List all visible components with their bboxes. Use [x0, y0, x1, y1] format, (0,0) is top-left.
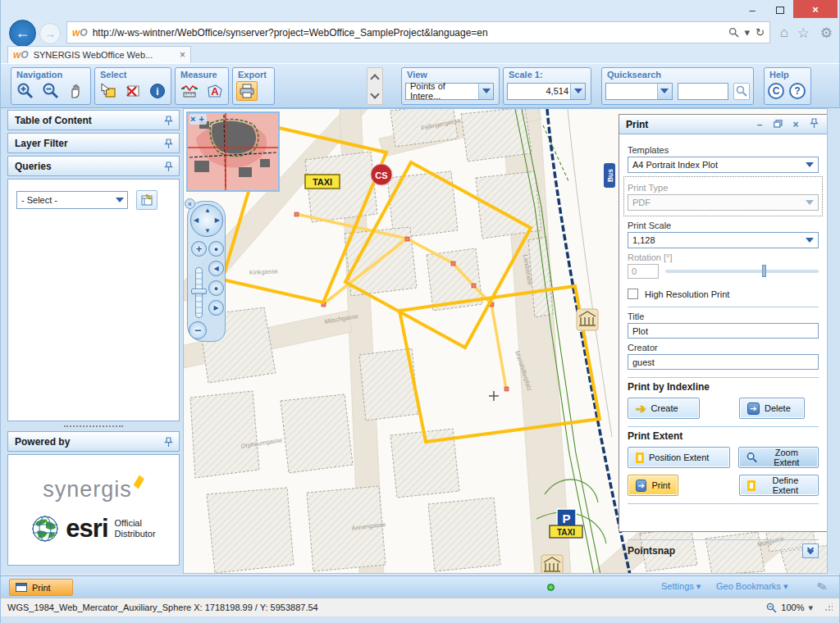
position-extent-button[interactable]: Position Extent [628, 447, 730, 468]
section-label: Quicksearch [605, 69, 750, 80]
panel-minimize-icon[interactable]: – [753, 119, 766, 130]
pin-icon[interactable] [164, 139, 173, 149]
create-button[interactable]: ➔ Create [628, 398, 700, 419]
forward-button[interactable]: → [39, 23, 61, 44]
panel-label: Layer Filter [15, 138, 68, 149]
zoom-slider-handle[interactable] [191, 289, 207, 294]
chevron-down-icon[interactable] [370, 89, 379, 98]
dropdown-button[interactable] [478, 84, 493, 99]
panel-restore-icon[interactable] [771, 119, 784, 130]
map-canvas[interactable]: TAXI CS Bus P TAXI [183, 108, 828, 574]
refresh-icon[interactable]: ↻ [756, 26, 765, 39]
panel-close-icon[interactable]: × [789, 119, 802, 130]
dropdown-button[interactable] [570, 84, 585, 99]
pin-icon[interactable] [164, 116, 173, 126]
print-button[interactable]: ➔ Print [628, 475, 678, 496]
delete-button[interactable]: ➔ Delete [739, 398, 805, 419]
panel-label: Powered by [15, 436, 70, 448]
zoom-out-icon[interactable] [40, 81, 61, 101]
clear-selection-icon[interactable] [123, 81, 143, 101]
select-by-rectangle-icon[interactable] [98, 81, 118, 101]
define-extent-button[interactable]: Define Extent [739, 475, 819, 496]
creator-field-input[interactable] [628, 354, 819, 370]
pan-down-icon[interactable]: ▼ [204, 227, 211, 234]
pan-up-icon[interactable]: ▲ [204, 207, 211, 214]
separator [628, 426, 819, 427]
resize-grip[interactable] [824, 603, 833, 612]
quicksearch-dropdown[interactable] [605, 83, 673, 100]
sidebar-panel-layer-filter[interactable]: Layer Filter [7, 133, 180, 153]
overview-move-icon[interactable]: + [199, 114, 203, 124]
title-field-input[interactable] [628, 323, 819, 339]
next-extent-button[interactable]: ▶ [208, 300, 224, 316]
query-form-icon[interactable] [136, 190, 158, 210]
info-icon[interactable]: i [148, 81, 167, 101]
scale-dropdown[interactable]: 4,514 [507, 83, 586, 100]
url-field[interactable]: wO http://w-ws-wintner/WebOffice/synserv… [66, 21, 770, 43]
previous-extent-button[interactable]: ◀ [208, 261, 224, 276]
navigator-close-icon[interactable]: × [185, 198, 195, 209]
zoom-in-icon[interactable] [15, 81, 35, 101]
print-export-icon[interactable] [236, 81, 258, 101]
sidebar-panel-queries[interactable]: Queries [7, 156, 180, 176]
sidebar-splitter[interactable] [7, 421, 180, 431]
print-panel-header[interactable]: Print – × [619, 115, 827, 134]
pan-left-icon[interactable]: ◀ [194, 216, 199, 224]
zoom-extent-button[interactable]: Zoom Extent [738, 447, 819, 468]
help-button[interactable]: ? [789, 83, 806, 99]
search-icon[interactable] [728, 27, 739, 38]
tab-weboffice[interactable]: wO SYNERGIS WebOffice Web... × [7, 46, 191, 63]
window-maximize-button[interactable] [769, 2, 792, 17]
measure-line-icon[interactable] [179, 81, 199, 101]
high-resolution-checkbox[interactable] [628, 289, 638, 299]
query-select-dropdown[interactable]: - Select - [16, 191, 128, 209]
overview-map[interactable]: × + [186, 111, 280, 192]
quicksearch-input[interactable] [678, 83, 728, 100]
pin-icon[interactable] [164, 437, 173, 448]
chevron-up-icon[interactable] [370, 74, 379, 83]
window-close-button[interactable]: × [793, 0, 838, 18]
redlining-pen-icon[interactable]: ✎ [815, 579, 829, 596]
center-button[interactable]: ● [208, 280, 224, 296]
overview-close-icon[interactable]: × [190, 114, 195, 124]
map-navigation-widget[interactable]: × ▲ ▼ ◀ ▶ + ● ◀ ● ▶ − [187, 201, 226, 342]
sidebar-panel-table-of-content[interactable]: Table of Content [7, 110, 180, 130]
favorites-star-icon[interactable]: ☆ [797, 25, 810, 42]
sidebar-panel-powered-by[interactable]: Powered by [7, 431, 180, 452]
taskbar-print-window-button[interactable]: Print [9, 579, 73, 596]
toolbar-collapse-strip[interactable] [367, 67, 383, 105]
dropdown-button[interactable] [112, 192, 127, 208]
svg-text:TAXI: TAXI [557, 528, 575, 537]
geo-bookmarks-menu[interactable]: Geo Bookmarks ▾ [716, 581, 788, 592]
zoom-out-button[interactable]: − [189, 321, 207, 339]
pointsnap-expand-button[interactable] [802, 543, 819, 558]
view-dropdown[interactable]: Points of Intere... [405, 83, 494, 100]
full-extent-button[interactable]: ● [208, 241, 224, 257]
panel-label: Table of Content [15, 115, 92, 126]
back-button[interactable]: ← [9, 20, 36, 47]
pin-icon[interactable] [164, 161, 173, 172]
home-icon[interactable]: ⌂ [780, 25, 788, 41]
quicksearch-search-icon[interactable] [733, 83, 750, 100]
templates-dropdown[interactable]: A4 Portrait Index Plot [628, 157, 819, 173]
zoom-in-button[interactable]: + [191, 241, 207, 257]
browser-zoom-control[interactable]: 100% ▾ [766, 603, 813, 613]
search-caret-icon[interactable]: ▾ [745, 26, 751, 39]
pan-hand-icon[interactable] [66, 81, 87, 101]
chevron-down-icon [116, 198, 124, 202]
dropdown-button[interactable] [657, 84, 672, 99]
measure-area-icon[interactable]: A [204, 81, 225, 101]
workspace: Table of Content Layer Filter Queries - … [1, 108, 840, 574]
context-help-button[interactable]: C [768, 83, 784, 99]
pan-right-icon[interactable]: ▶ [215, 216, 220, 224]
settings-menu[interactable]: Settings ▾ [661, 581, 701, 592]
left-sidebar: Table of Content Layer Filter Queries - … [7, 110, 180, 572]
print-panel-title: Print [626, 119, 648, 130]
tab-close-icon[interactable]: × [180, 49, 185, 61]
pin-icon[interactable] [807, 118, 820, 131]
print-scale-dropdown[interactable]: 1,128 [628, 232, 819, 248]
gear-icon[interactable]: ⚙ [820, 25, 833, 42]
window-minimize-button[interactable]: – [741, 2, 764, 17]
pan-dpad[interactable]: ▲ ▼ ◀ ▶ [190, 204, 223, 237]
rotation-slider-handle [762, 265, 766, 277]
